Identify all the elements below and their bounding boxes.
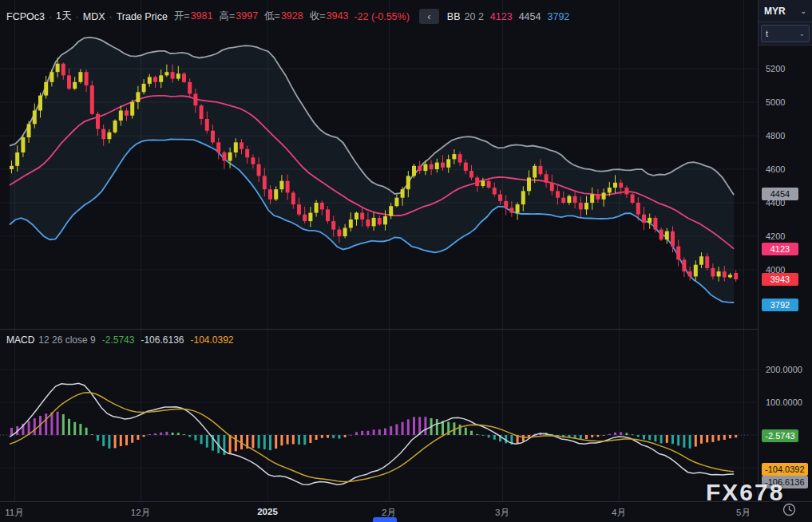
clock-icon[interactable] bbox=[782, 503, 796, 516]
change-label: -22 (-0.55%) bbox=[354, 11, 409, 22]
ohlc-value: 3997 bbox=[236, 10, 258, 22]
separator-dot: · bbox=[109, 11, 113, 22]
ohlc-values: 开=3981高=3997低=3928收=3943 bbox=[168, 10, 349, 23]
macd-params: 12 26 close 9 bbox=[38, 334, 95, 346]
main-legend: FCPOc3 · 1天 · MDX · Trade Price 开=3981高=… bbox=[6, 9, 569, 24]
symbol-title[interactable]: FCPOc3 bbox=[6, 11, 45, 22]
time-axis-label: 3月 bbox=[495, 507, 509, 519]
ohlc-value: 3943 bbox=[327, 10, 349, 22]
axis-price-badge: 4454 bbox=[762, 188, 798, 200]
bb-value: 4454 bbox=[519, 11, 541, 22]
time-axis-label: 12月 bbox=[131, 507, 150, 519]
series-type-label: Trade Price bbox=[117, 11, 168, 22]
axis-tick-label: 200.0000 bbox=[766, 364, 802, 375]
axis-tick-label: 4600 bbox=[766, 164, 785, 175]
unit-label: t bbox=[766, 29, 768, 38]
bottom-blue-chip[interactable] bbox=[373, 517, 397, 522]
axis-price-badge: -106.6136 bbox=[762, 476, 808, 488]
separator-dot: · bbox=[49, 11, 52, 22]
separator-dot: · bbox=[76, 11, 79, 22]
time-axis-label: 11月 bbox=[5, 507, 23, 519]
bb-name: BB bbox=[447, 11, 461, 22]
time-axis-label: 5月 bbox=[736, 507, 751, 519]
macd-indicator-title[interactable]: MACD12 26 close 9 bbox=[6, 334, 96, 346]
axis-price-badge: 3792 bbox=[762, 299, 798, 311]
chart-canvas[interactable] bbox=[0, 0, 812, 522]
bb-indicator-title[interactable]: BB20 2 bbox=[447, 11, 484, 22]
time-axis-label: 4月 bbox=[612, 507, 626, 519]
trading-chart-app: FCPOc3 · 1天 · MDX · Trade Price 开=3981高=… bbox=[0, 0, 812, 522]
ohlc-value: 3928 bbox=[281, 10, 303, 22]
bb-params: 20 2 bbox=[465, 11, 484, 22]
bb-value: 4123 bbox=[490, 11, 513, 22]
time-axis-label: 2025 bbox=[257, 507, 278, 516]
macd-legend: MACD12 26 close 9 -2.5743-106.6136-104.0… bbox=[6, 334, 234, 346]
ohlc-value: 3981 bbox=[191, 10, 213, 22]
bb-values: 412344543792 bbox=[484, 11, 569, 22]
axis-price-badge: -104.0392 bbox=[762, 463, 808, 476]
axis-price-badge: -2.5743 bbox=[762, 429, 798, 442]
axis-tick-label: 4800 bbox=[766, 130, 785, 141]
exchange-label: MDX bbox=[83, 11, 105, 22]
macd-name: MACD bbox=[6, 334, 34, 346]
ohlc-key: 高= bbox=[219, 10, 235, 22]
axis-tick-label: 4200 bbox=[766, 231, 785, 242]
currency-label: MYR bbox=[764, 6, 786, 17]
currency-dropdown[interactable]: MYR ⌄ bbox=[759, 0, 812, 22]
axis-price-badge: 4123 bbox=[762, 243, 798, 255]
macd-value: -2.5743 bbox=[102, 334, 135, 346]
macd-value: -104.0392 bbox=[190, 334, 233, 346]
axis-tick-label: 5000 bbox=[766, 97, 785, 108]
currency-unit-widget: MYR ⌄ t ⌄ bbox=[758, 0, 812, 45]
time-axis[interactable]: 11月12月20252月3月4月5月 bbox=[0, 501, 812, 522]
axis-tick-label: 100.0000 bbox=[766, 397, 802, 408]
macd-value: -106.6136 bbox=[141, 334, 184, 346]
macd-values: -2.5743-106.6136-104.0392 bbox=[96, 334, 234, 346]
axis-price-badge: 3943 bbox=[762, 273, 798, 286]
bb-value: 3792 bbox=[547, 11, 569, 22]
chevron-down-icon: ⌄ bbox=[800, 7, 806, 15]
collapse-legend-button[interactable]: ‹ bbox=[419, 9, 439, 24]
interval-label[interactable]: 1天 bbox=[56, 10, 71, 23]
ohlc-key: 开= bbox=[174, 10, 190, 22]
ohlc-key: 低= bbox=[264, 10, 280, 22]
unit-dropdown[interactable]: t ⌄ bbox=[761, 25, 810, 42]
axis-tick-label: 5200 bbox=[766, 63, 785, 74]
ohlc-key: 收= bbox=[310, 10, 326, 22]
price-axis[interactable]: 5200500048004600440042004000200.0000100.… bbox=[758, 0, 812, 501]
chevron-down-icon: ⌄ bbox=[798, 30, 805, 38]
